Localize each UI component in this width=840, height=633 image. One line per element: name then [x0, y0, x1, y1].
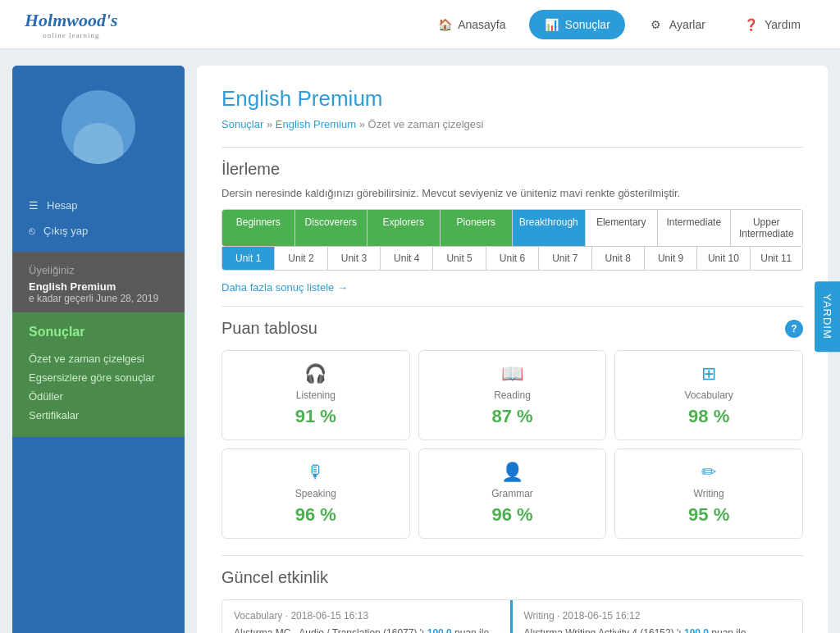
speaking-label: Speaking: [295, 488, 336, 499]
divider-3: [221, 555, 803, 556]
nav-links: 🏠 Anasayfa 📊 Sonuçlar ⚙ Ayarlar ❓ Yardım: [422, 10, 815, 39]
progress-description: Dersin neresinde kaldığınızı görebilirsi…: [221, 187, 803, 199]
sidebar-avatar: [12, 66, 185, 184]
membership-section: Üyeliğiniz English Premium e kadar geçer…: [12, 252, 185, 312]
breadcrumb-1[interactable]: Sonuçlar: [221, 118, 263, 130]
chart-icon: 📊: [544, 16, 560, 33]
activity-grid: Vocabulary · 2018-06-15 16:13 Alıştırma …: [221, 599, 803, 633]
score-card-listening: 🎧 Listening 91 %: [221, 350, 410, 440]
account-icon: ☰: [29, 199, 39, 212]
nav-label-ayarlar: Ayarlar: [669, 18, 705, 31]
nav-item-anasayfa[interactable]: 🏠 Anasayfa: [422, 10, 520, 39]
score-card-writing: ✏ Writing 95 %: [614, 449, 803, 539]
unit-tab-unit6[interactable]: Unit 6: [486, 247, 539, 270]
level-tab-explorers[interactable]: Explorers: [368, 210, 441, 246]
level-tabs: BeginnersDiscoverersExplorersPioneersBre…: [221, 209, 803, 247]
avatar-body: [74, 123, 123, 164]
membership-title: Üyeliğiniz: [29, 264, 168, 276]
divider-2: [221, 306, 803, 307]
score-card-reading: 📖 Reading 87 %: [418, 350, 607, 440]
breadcrumb-2[interactable]: English Premium: [276, 118, 356, 130]
top-navigation: Holmwood's online learning 🏠 Anasayfa 📊 …: [0, 0, 840, 49]
unit-tab-unit8[interactable]: Unit 8: [592, 247, 645, 270]
grammar-icon: 👤: [501, 462, 523, 483]
sidebar-item-cikis[interactable]: ⎋ Çıkış yap: [12, 218, 185, 244]
nav-label-sonuclar: Sonuçlar: [565, 18, 610, 31]
unit-tab-unit7[interactable]: Unit 7: [539, 247, 591, 270]
activity-type: Vocabulary · 2018-06-15 16:13: [234, 610, 499, 622]
sidebar: ☰ Hesap ⎋ Çıkış yap Üyeliğiniz English P…: [12, 66, 185, 633]
help-icon: ❓: [743, 16, 760, 33]
listening-value: 91 %: [295, 406, 336, 427]
results-section: Sonuçlar Özet ve zaman çizelgesi Egsersi…: [12, 312, 185, 437]
reading-icon: 📖: [501, 363, 523, 385]
unit-tab-unit4[interactable]: Unit 4: [381, 247, 433, 270]
speaking-value: 96 %: [295, 504, 336, 526]
listening-label: Listening: [296, 389, 336, 401]
writing-value: 95 %: [688, 504, 729, 526]
vocabulary-icon: ⊞: [701, 363, 716, 385]
unit-tabs: Unit 1Unit 2Unit 3Unit 4Unit 5Unit 6Unit…: [221, 247, 803, 271]
level-tab-intermediate[interactable]: Intermediate: [658, 210, 731, 246]
breadcrumb: Sonuçlar » English Premium » Özet ve zam…: [221, 118, 803, 130]
reading-value: 87 %: [491, 406, 532, 427]
writing-icon: ✏: [701, 462, 716, 483]
sidebar-item-oduller[interactable]: Ödüller: [29, 387, 168, 406]
sidebar-label-hesap: Hesap: [47, 199, 78, 212]
vocabulary-value: 98 %: [688, 406, 729, 427]
sidebar-item-sertifikalar[interactable]: Sertifikalar: [29, 406, 168, 425]
unit-tab-unit3[interactable]: Unit 3: [328, 247, 381, 270]
level-tab-beginners[interactable]: Beginners: [222, 210, 295, 246]
level-tab-breakthrough[interactable]: Breakthrough: [513, 210, 586, 246]
activity-desc: Alıştırma MC - Audio / Translation (1607…: [234, 626, 499, 633]
level-tab-elementary[interactable]: Elementary: [586, 210, 659, 246]
main-layout: ☰ Hesap ⎋ Çıkış yap Üyeliğiniz English P…: [0, 49, 840, 633]
unit-tab-unit10[interactable]: Unit 10: [697, 247, 750, 270]
unit-tab-unit5[interactable]: Unit 5: [433, 247, 486, 270]
main-content: English Premium Sonuçlar » English Premi…: [197, 66, 828, 633]
speaking-icon: 🎙: [307, 462, 325, 483]
sidebar-item-hesap[interactable]: ☰ Hesap: [12, 193, 185, 218]
logo-subtitle: online learning: [43, 31, 99, 39]
membership-name: English Premium: [29, 280, 168, 293]
breadcrumb-3: Özet ve zaman çizelgesi: [368, 118, 484, 130]
activity-type: Writing · 2018-06-15 16:12: [524, 610, 792, 622]
level-tab-pioneers[interactable]: Pioneers: [441, 210, 514, 246]
unit-tab-unit2[interactable]: Unit 2: [275, 247, 327, 270]
unit-tab-unit11[interactable]: Unit 11: [751, 247, 802, 270]
results-title: Sonuçlar: [29, 325, 168, 339]
nav-item-yardim[interactable]: ❓ Yardım: [728, 10, 815, 39]
avatar: [62, 90, 135, 164]
sidebar-item-ozet[interactable]: Özet ve zaman çizelgesi: [29, 349, 168, 368]
activity-highlight: 100.0: [684, 627, 709, 633]
activity-left-0: Vocabulary · 2018-06-15 16:13 Alıştırma …: [222, 600, 510, 633]
grammar-label: Grammar: [491, 488, 533, 499]
more-results-link[interactable]: Daha fazla sonuç listele →: [221, 281, 348, 294]
score-card-grammar: 👤 Grammar 96 %: [418, 449, 607, 539]
grammar-value: 96 %: [491, 504, 532, 526]
sidebar-item-egzersiz[interactable]: Egsersizlere göre sonuçlar: [29, 368, 168, 387]
breadcrumb-sep2: »: [359, 118, 368, 130]
score-board-header: Puan tablosu ?: [221, 319, 803, 338]
unit-tab-unit9[interactable]: Unit 9: [645, 247, 697, 270]
home-icon: 🏠: [436, 16, 453, 33]
help-icon-score[interactable]: ?: [785, 320, 803, 338]
logo: Holmwood's online learning: [25, 10, 118, 39]
gear-icon: ⚙: [648, 16, 664, 33]
page-title: English Premium: [221, 86, 803, 112]
unit-tab-unit1[interactable]: Unit 1: [222, 247, 275, 270]
activity-right-0: Writing · 2018-06-15 16:12 Alıştırma Wri…: [513, 600, 803, 633]
breadcrumb-sep1: »: [267, 118, 276, 130]
level-tab-upper-intermediate[interactable]: Upper Intermediate: [731, 210, 803, 246]
nav-item-ayarlar[interactable]: ⚙ Ayarlar: [633, 10, 720, 39]
writing-label: Writing: [694, 488, 724, 499]
score-card-speaking: 🎙 Speaking 96 %: [221, 449, 410, 539]
yardim-tab[interactable]: YARDIM: [815, 281, 840, 352]
activity-title: Güncel etkinlik: [221, 568, 803, 587]
score-grid: 🎧 Listening 91 % 📖 Reading 87 % ⊞ Vocabu…: [221, 350, 803, 539]
logout-icon: ⎋: [29, 225, 35, 237]
sidebar-label-cikis: Çıkış yap: [43, 225, 88, 237]
score-card-vocabulary: ⊞ Vocabulary 98 %: [614, 350, 803, 440]
level-tab-discoverers[interactable]: Discoverers: [295, 210, 368, 246]
nav-item-sonuclar[interactable]: 📊 Sonuçlar: [529, 10, 625, 39]
